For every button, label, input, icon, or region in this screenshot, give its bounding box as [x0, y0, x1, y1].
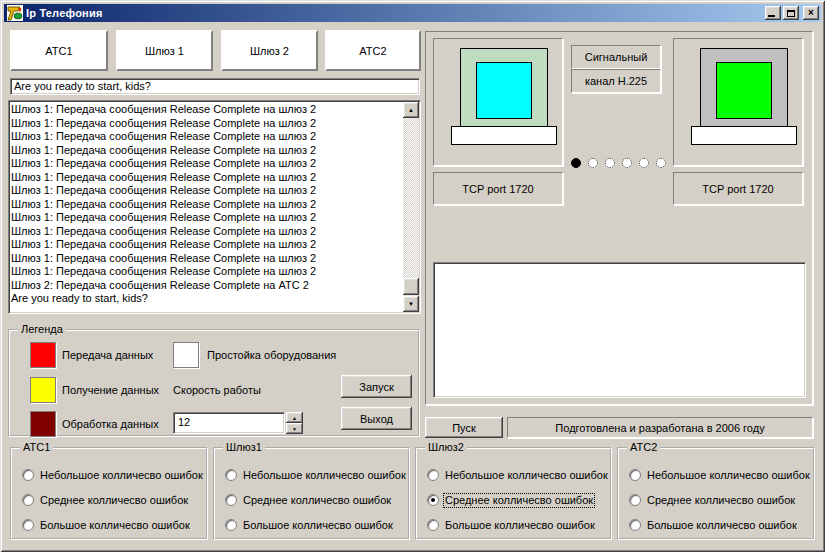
radio-icon — [629, 519, 641, 531]
maximize-button[interactable] — [783, 6, 799, 20]
radio-gateway2-medium[interactable]: Среднее колличесво ошибок — [427, 493, 594, 507]
radio-ats2-high[interactable]: Большое колличесво ошибок — [629, 518, 798, 532]
error-group-gateway2: Шлюз2 Небольшое колличесво ошибок Средне… — [415, 447, 612, 540]
signal-channel-label-top: Сигнальный — [571, 45, 661, 69]
channel-dot-6 — [656, 158, 666, 168]
network-panel: Сигнальный канал Н.225 TCP port 1720 TCP… — [425, 31, 813, 405]
maximize-icon — [787, 10, 795, 17]
event-log-listbox[interactable]: Шлюз 1: Передача сообщения Release Compl… — [8, 100, 421, 314]
minimize-button[interactable] — [765, 6, 781, 20]
scroll-up-button[interactable]: ▲ — [403, 102, 419, 118]
log-line: Шлюз 1: Передача сообщения Release Compl… — [11, 171, 402, 185]
run-button[interactable]: Пуск — [425, 417, 503, 438]
arrow-down-icon: ▼ — [408, 301, 414, 307]
radio-icon-checked — [427, 494, 439, 506]
spin-down-button[interactable]: ▼ — [286, 423, 303, 434]
arrow-down-icon: ▼ — [292, 426, 297, 432]
log-scrollbar[interactable]: ▲ ▼ — [403, 102, 419, 312]
radio-icon — [225, 494, 237, 506]
radio-ats2-low[interactable]: Небольшое колличесво ошибок — [629, 468, 811, 482]
radio-ats1-high[interactable]: Большое колличесво ошибок — [22, 518, 191, 532]
radio-label: Небольшое колличесво ошибок — [242, 469, 407, 482]
radio-gateway1-medium[interactable]: Среднее колличесво ошибок — [225, 493, 392, 507]
channel-dot-1-active — [571, 158, 581, 168]
gateway2-monitor-panel — [673, 38, 803, 166]
log-line: Шлюз 1: Передача сообщения Release Compl… — [11, 238, 402, 252]
radio-label: Среднее колличесво ошибок — [242, 494, 392, 507]
device-panel-gateway1: Шлюз 1 — [116, 30, 213, 71]
radio-gateway1-low[interactable]: Небольшое колличесво ошибок — [225, 468, 407, 482]
radio-ats1-medium[interactable]: Среднее колличесво ошибок — [22, 493, 189, 507]
device-panel-ats2: АТС2 — [325, 30, 421, 71]
radio-label: Среднее колличесво ошибок — [444, 494, 594, 507]
speed-label: Скорость работы — [173, 384, 261, 397]
tcp-port-left-label: TCP port 1720 — [462, 183, 533, 195]
radio-label: Большое колличесво ошибок — [646, 519, 798, 532]
radio-icon — [22, 494, 34, 506]
legend-caption: Легенда — [18, 323, 66, 335]
radio-gateway2-high[interactable]: Большое колличесво ошибок — [427, 518, 596, 532]
radio-label: Среднее колличесво ошибок — [39, 494, 189, 507]
window-title: Ip Телефония — [26, 7, 103, 19]
credit-text: Подготовлена и разработана в 2006 году — [555, 422, 764, 434]
start-simulation-button[interactable]: Запуск — [341, 375, 412, 398]
log-line: Шлюз 1: Передача сообщения Release Compl… — [11, 130, 402, 144]
exit-button-label: Выход — [360, 413, 393, 425]
legend-swatch-receive — [30, 377, 56, 403]
gateway1-monitor-panel — [433, 38, 563, 166]
error-group-ats2: АТС2 Небольшое колличесво ошибок Среднее… — [617, 447, 815, 540]
radio-label: Небольшое колличесво ошибок — [39, 469, 204, 482]
close-icon: × — [808, 8, 814, 18]
radio-icon — [427, 469, 439, 481]
message-input[interactable]: Are you ready to start, kids? — [10, 78, 420, 95]
radio-gateway2-low[interactable]: Небольшое колличесво ошибок — [427, 468, 609, 482]
legend-label-process: Обработка данных — [62, 418, 159, 431]
radio-gateway1-high[interactable]: Большое колличесво ошибок — [225, 518, 394, 532]
speed-stepper: ▲ ▼ — [286, 412, 303, 434]
event-log-lines: Шлюз 1: Передача сообщения Release Compl… — [11, 103, 402, 311]
app-window: Ip Телефония × АТС1 Шлюз 1 Шлюз 2 АТС2 A… — [0, 0, 825, 552]
radio-ats2-medium[interactable]: Среднее колличесво ошибок — [629, 493, 796, 507]
signal-channel-text-top: Сигнальный — [585, 51, 648, 63]
tcp-port-left-panel: TCP port 1720 — [433, 172, 563, 205]
legend-swatch-transmit — [30, 342, 56, 368]
close-button[interactable]: × — [803, 6, 819, 20]
device-panel-gateway2: Шлюз 2 — [221, 30, 318, 71]
device-panel-label: АТС1 — [45, 45, 72, 57]
signal-channel-label-bottom: канал Н.225 — [571, 69, 661, 93]
radio-ats1-low[interactable]: Небольшое колличесво ошибок — [22, 468, 204, 482]
log-line: Шлюз 1: Передача сообщения Release Compl… — [11, 117, 402, 131]
log-line: Are you ready to start, kids? — [11, 292, 402, 306]
title-bar[interactable]: Ip Телефония × — [4, 4, 821, 22]
log-line: Шлюз 1: Передача сообщения Release Compl… — [11, 184, 402, 198]
legend-label-transmit: Передача данных — [62, 349, 153, 362]
log-line: Шлюз 1: Передача сообщения Release Compl… — [11, 144, 402, 158]
radio-label: Большое колличесво ошибок — [444, 519, 596, 532]
spin-up-button[interactable]: ▲ — [286, 412, 303, 423]
channel-dot-5 — [639, 158, 649, 168]
log-line: Шлюз 1: Передача сообщения Release Compl… — [11, 252, 402, 266]
legend-swatch-idle — [173, 342, 199, 368]
gateway2-monitor-screen — [716, 62, 772, 119]
start-simulation-label: Запуск — [359, 381, 393, 393]
tcp-port-right-panel: TCP port 1720 — [673, 172, 803, 205]
gateway1-monitor-base — [451, 126, 557, 145]
scrollbar-thumb[interactable] — [403, 278, 419, 295]
legend-label-receive: Получение данных — [62, 384, 159, 397]
error-group-caption: АТС1 — [20, 441, 53, 453]
exit-button[interactable]: Выход — [341, 407, 412, 430]
speed-input[interactable]: 12 — [173, 412, 285, 434]
scroll-down-button[interactable]: ▼ — [403, 296, 419, 312]
device-panel-label: Шлюз 1 — [145, 45, 184, 57]
log-line: Шлюз 1: Передача сообщения Release Compl… — [11, 265, 402, 279]
message-input-value: Are you ready to start, kids? — [14, 80, 151, 92]
log-line: Шлюз 1: Передача сообщения Release Compl… — [11, 157, 402, 171]
log-line: Шлюз 2: Передача сообщения Release Compl… — [11, 279, 402, 293]
error-group-ats1: АТС1 Небольшое колличесво ошибок Среднее… — [10, 447, 208, 540]
radio-label: Небольшое колличесво ошибок — [444, 469, 609, 482]
radio-label: Небольшое колличесво ошибок — [646, 469, 811, 482]
legend-groupbox: Легенда Передача данных Простойка оборуд… — [8, 329, 420, 437]
errors-output-box[interactable] — [433, 262, 806, 398]
channel-dot-2 — [588, 158, 598, 168]
credit-panel: Подготовлена и разработана в 2006 году — [507, 417, 813, 438]
